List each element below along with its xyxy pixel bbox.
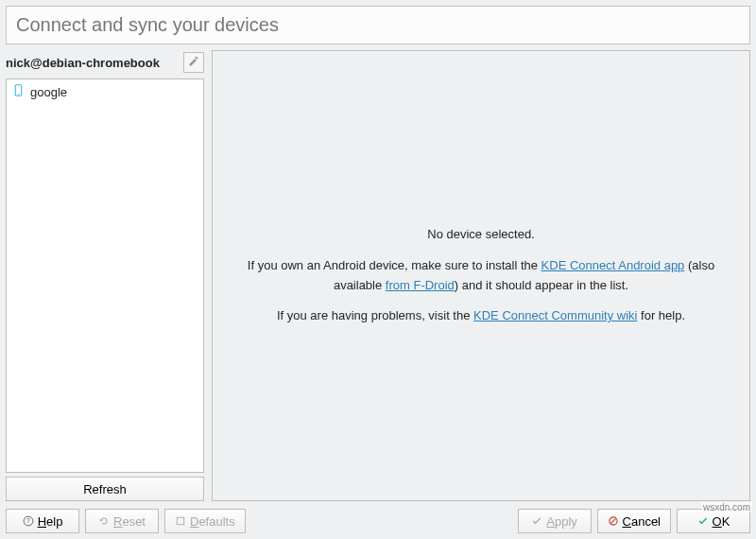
- edit-host-button[interactable]: [183, 52, 204, 73]
- svg-point-1: [18, 94, 19, 95]
- svg-text:?: ?: [26, 517, 30, 524]
- host-label: nick@debian-chromebook: [6, 56, 180, 70]
- reset-button[interactable]: Reset: [85, 509, 159, 533]
- svg-rect-4: [177, 517, 184, 525]
- install-hint: If you own an Android device, make sure …: [232, 256, 730, 296]
- help-icon: ?: [23, 515, 34, 527]
- problems-hint: If you are having problems, visit the KD…: [277, 306, 685, 326]
- svg-line-6: [610, 518, 615, 523]
- apply-button[interactable]: Apply: [518, 509, 592, 533]
- button-bar: ? Help Reset Defaults Apply: [6, 509, 750, 533]
- link-android-app[interactable]: KDE Connect Android app: [541, 258, 685, 272]
- pencil-icon: [188, 56, 199, 70]
- device-name: google: [30, 85, 67, 99]
- main-panel: No device selected. If you own an Androi…: [212, 50, 750, 501]
- device-list[interactable]: google: [6, 78, 204, 473]
- help-button[interactable]: ? Help: [6, 509, 79, 533]
- watermark: wsxdn.com: [701, 502, 752, 513]
- ok-icon: [697, 515, 709, 527]
- sidebar: nick@debian-chromebook google Refresh: [6, 50, 204, 501]
- device-item[interactable]: google: [9, 81, 201, 102]
- page-title: Connect and sync your devices: [16, 14, 740, 36]
- defaults-icon: [175, 515, 186, 527]
- defaults-button[interactable]: Defaults: [164, 509, 246, 533]
- cancel-button[interactable]: Cancel: [597, 509, 671, 533]
- refresh-button[interactable]: Refresh: [6, 477, 204, 501]
- undo-icon: [98, 515, 110, 527]
- check-icon: [531, 515, 542, 527]
- link-community-wiki[interactable]: KDE Connect Community wiki: [473, 308, 637, 322]
- no-device-text: No device selected.: [427, 225, 534, 245]
- link-fdroid[interactable]: from F-Droid: [386, 278, 455, 292]
- phone-icon: [12, 84, 25, 99]
- title-bar: Connect and sync your devices: [6, 6, 750, 44]
- cancel-icon: [608, 515, 619, 527]
